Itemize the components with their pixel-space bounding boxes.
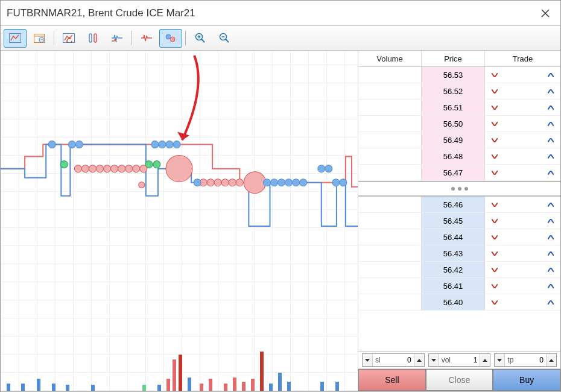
buy-at-price-button[interactable]: [546, 281, 556, 291]
buy-at-price-button[interactable]: [546, 119, 556, 128]
sell-at-price-button[interactable]: [490, 151, 499, 161]
tp-spinner[interactable]: tp0: [494, 353, 557, 367]
dot-icon: [451, 187, 455, 191]
buy-at-price-button[interactable]: [546, 265, 556, 274]
toolbar-zoom-in-button[interactable]: [189, 29, 212, 48]
dom-price-cell: 56.42: [422, 262, 485, 278]
dom-spread-gap[interactable]: [358, 181, 560, 197]
dom-trade-cell: [485, 116, 560, 132]
svg-point-35: [214, 179, 221, 186]
sl-value: 0: [407, 356, 411, 364]
sell-button[interactable]: Sell: [358, 369, 426, 391]
close-button[interactable]: [536, 4, 554, 22]
dom-row-ask[interactable]: 56.50: [358, 116, 560, 132]
dom-row-bid[interactable]: 56.45: [358, 213, 560, 229]
toolbar-pulse-down-button[interactable]: [106, 29, 128, 48]
dom-row-bid[interactable]: 56.44: [358, 229, 560, 245]
buy-at-price-button[interactable]: [546, 86, 556, 96]
dom-row-ask[interactable]: 56.52: [358, 83, 560, 100]
dom-volume-cell: [358, 278, 422, 294]
toolbar-chart-button[interactable]: [4, 29, 27, 48]
svg-point-27: [111, 165, 118, 172]
buy-at-price-button[interactable]: [546, 297, 556, 307]
sell-at-price-button[interactable]: [490, 265, 499, 274]
svg-point-37: [229, 179, 236, 186]
vol-increment[interactable]: [480, 354, 490, 366]
sl-spinner[interactable]: sl0: [362, 353, 425, 367]
tp-increment[interactable]: [546, 354, 556, 366]
buy-at-price-button[interactable]: [546, 135, 556, 145]
dom-row-bid[interactable]: 56.42: [358, 262, 560, 278]
svg-rect-56: [142, 385, 146, 391]
sell-at-price-button[interactable]: [490, 248, 499, 258]
dom-trade-cell: [485, 213, 560, 229]
sell-at-price-button[interactable]: [490, 281, 499, 291]
dom-price-cell: 56.44: [422, 229, 485, 245]
svg-rect-61: [188, 378, 191, 391]
dom-row-bid[interactable]: 56.43: [358, 245, 560, 262]
svg-point-23: [81, 165, 89, 172]
svg-point-38: [236, 179, 243, 186]
dom-row-bid[interactable]: 56.40: [358, 294, 560, 311]
dom-row-ask[interactable]: 56.49: [358, 132, 560, 148]
buy-at-price-button[interactable]: [546, 103, 556, 112]
buy-at-price-button[interactable]: [546, 200, 556, 209]
dom-trade-cell: [485, 229, 560, 245]
svg-rect-1: [34, 34, 45, 43]
sell-at-price-button[interactable]: [490, 232, 499, 242]
sl-increment[interactable]: [414, 354, 424, 366]
svg-point-47: [325, 165, 332, 172]
toolbar-calendar-button[interactable]: [28, 29, 51, 48]
toolbar-zoom-out-button[interactable]: [213, 29, 236, 48]
dom-trade-cell: [485, 245, 560, 262]
buy-at-price-button[interactable]: [546, 216, 556, 226]
toolbar-bubbles-button[interactable]: [159, 29, 182, 48]
sell-at-price-button[interactable]: [490, 135, 499, 145]
tp-value: 0: [539, 356, 544, 364]
buy-at-price-button[interactable]: [546, 248, 556, 258]
sell-at-price-button[interactable]: [490, 216, 499, 226]
vol-decrement[interactable]: [429, 354, 439, 366]
dom-row-ask[interactable]: 56.48: [358, 148, 560, 165]
dom-price-cell: 56.45: [422, 213, 485, 229]
svg-rect-64: [224, 384, 227, 391]
dom-row-ask[interactable]: 56.47: [358, 165, 560, 181]
buy-at-price-button[interactable]: [546, 168, 556, 177]
close-icon: [541, 9, 550, 17]
svg-rect-57: [157, 385, 161, 391]
buy-at-price-button[interactable]: [546, 151, 556, 161]
toolbar-columns-button[interactable]: [81, 29, 104, 48]
svg-rect-62: [200, 384, 203, 391]
dom-row-bid[interactable]: 56.41: [358, 278, 560, 294]
svg-point-30: [133, 165, 140, 172]
sell-at-price-button[interactable]: [490, 103, 499, 112]
sell-at-price-button[interactable]: [490, 86, 499, 96]
svg-rect-69: [269, 384, 273, 391]
buy-at-price-button[interactable]: [546, 232, 556, 242]
sell-at-price-button[interactable]: [490, 168, 499, 177]
svg-point-43: [285, 179, 293, 186]
svg-rect-68: [260, 352, 264, 391]
vol-spinner[interactable]: vol1: [428, 353, 491, 367]
toolbar-chart-reset-button[interactable]: [57, 29, 80, 48]
dom-row-bid[interactable]: 56.46: [358, 197, 560, 213]
svg-point-36: [221, 179, 229, 186]
dom-row-ask[interactable]: 56.51: [358, 100, 560, 116]
sl-decrement[interactable]: [363, 354, 373, 366]
toolbar-pulse-button[interactable]: [135, 29, 158, 48]
dom-row-ask[interactable]: 56.53: [358, 67, 560, 83]
buy-button[interactable]: Buy: [493, 369, 560, 391]
sell-at-price-button[interactable]: [490, 70, 499, 80]
svg-point-48: [332, 179, 340, 186]
sell-at-price-button[interactable]: [490, 200, 499, 209]
tp-decrement[interactable]: [495, 354, 505, 366]
svg-rect-59: [173, 359, 176, 391]
dom-price-cell: 56.40: [422, 294, 485, 311]
sell-at-price-button[interactable]: [490, 119, 499, 128]
bubbles-icon: [165, 34, 177, 42]
close-position-button[interactable]: Close: [426, 369, 493, 391]
buy-at-price-button[interactable]: [546, 70, 556, 80]
svg-point-42: [278, 179, 285, 186]
chart-area[interactable]: [1, 51, 358, 391]
sell-at-price-button[interactable]: [490, 297, 499, 307]
